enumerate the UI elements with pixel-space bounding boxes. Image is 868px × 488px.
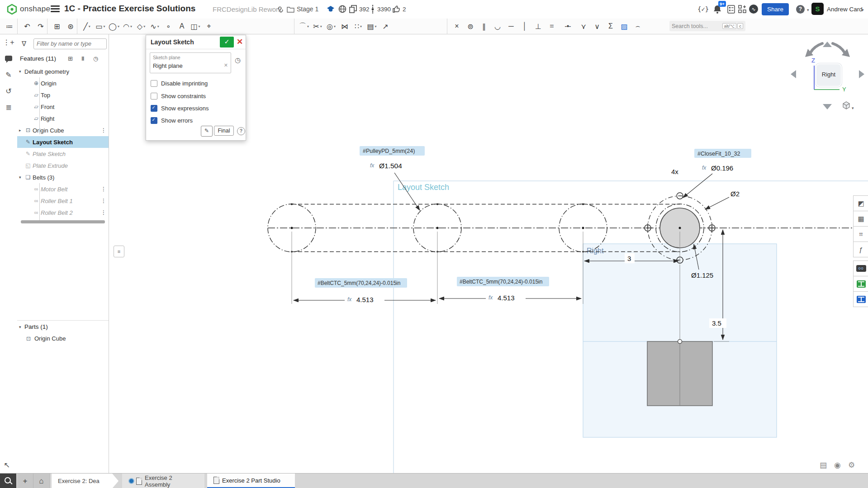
toolbar-constraint-icon[interactable]: =: [545, 22, 559, 30]
search-tabs-button[interactable]: [0, 474, 16, 488]
tab-exercise-2-assembly[interactable]: Exercise 2 Assembly: [122, 474, 204, 488]
clear-selection-icon[interactable]: ✕: [224, 62, 228, 68]
link-icon[interactable]: [277, 6, 284, 13]
toolbar-constraint-icon[interactable]: ◡: [491, 22, 504, 31]
toolbar-icon[interactable]: ◫▾: [189, 22, 202, 31]
toolbar-icon[interactable]: ╱▾: [80, 22, 94, 31]
toolbar-icon[interactable]: ⊛: [64, 22, 77, 31]
feature-tree-row[interactable]: ▾ Default geometry: [17, 66, 109, 77]
versions-icon[interactable]: [371, 5, 375, 14]
help-caret-icon[interactable]: ▾: [807, 8, 809, 12]
pulley-diameter-annotation[interactable]: #PulleyPD_5mm(24) fx Ø1.504: [360, 146, 425, 210]
feature-tree-row[interactable]: ∞ Roller Belt 2 ⋮: [17, 207, 109, 218]
feature-tree-row[interactable]: ▱ Front: [17, 101, 109, 113]
breadcrumb[interactable]: Stage 1: [297, 5, 318, 13]
right-panel-tab[interactable]: [853, 291, 868, 307]
checkbox[interactable]: [151, 117, 157, 124]
toolbar-icon[interactable]: ◠▾: [121, 22, 134, 31]
rollback-icon[interactable]: ◷: [235, 56, 241, 64]
toolbar-constraint-icon[interactable]: ⊥: [531, 22, 545, 31]
strip-icon[interactable]: [0, 50, 17, 66]
toolbar-constraint-icon[interactable]: Σ: [604, 22, 617, 30]
toolbar-icon[interactable]: ↶: [20, 22, 34, 31]
toolbar-constraint-icon[interactable]: ∨: [590, 22, 604, 31]
sketch-preview-button[interactable]: ✎: [201, 126, 213, 137]
toolbar-icon[interactable]: ⌒▾: [297, 22, 311, 31]
tab-exercise-2-part-studio[interactable]: Exercise 2 Part Studio: [207, 474, 295, 488]
corner-icon[interactable]: ⚙: [848, 460, 855, 470]
filter-input[interactable]: [33, 38, 107, 49]
onshape-logo-icon[interactable]: [6, 4, 18, 15]
toolbar-icon[interactable]: ▭▾: [94, 22, 107, 31]
strip-icon[interactable]: ≣: [0, 99, 17, 115]
belt-dimension-2[interactable]: #BeltCTC_5mm(70,24,24)-0.015in fx 4.513: [439, 277, 581, 302]
toolbar-icon[interactable]: ◯▾: [107, 22, 121, 31]
strip-icon[interactable]: ⋮+: [0, 34, 17, 50]
toolbar-icon[interactable]: ⊞: [50, 22, 64, 31]
strip-icon[interactable]: ↺: [0, 83, 17, 99]
copies-icon[interactable]: [349, 5, 357, 13]
strip-icon[interactable]: ✎: [0, 66, 17, 83]
view-cube-menu[interactable]: ▾: [842, 101, 854, 111]
corner-icon[interactable]: ◉: [834, 460, 841, 470]
right-panel-tab[interactable]: ƒ: [853, 242, 868, 257]
help-icon[interactable]: ?: [796, 5, 805, 14]
feature-tree-row[interactable]: ✎ Layout Sketch: [17, 136, 109, 148]
toolbar-constraint-icon[interactable]: ×: [450, 22, 464, 30]
public-globe-icon[interactable]: [338, 5, 346, 13]
feature-tree-row[interactable]: ▾ ❏ Belts (3): [17, 171, 109, 183]
chevron-icon[interactable]: ▾: [19, 175, 24, 180]
search-tools-input[interactable]: Search tools... alt/⌥ c: [669, 21, 745, 31]
tree-scrollbar[interactable]: [21, 220, 105, 223]
toolbar-constraint-icon[interactable]: │: [518, 22, 531, 30]
bolt-circle-annotation[interactable]: Ø2: [705, 190, 740, 209]
add-tab-button[interactable]: +: [17, 474, 33, 488]
dialog-checkbox[interactable]: Show expressions: [151, 105, 209, 112]
dialog-header[interactable]: Layout Sketch ✓ ✕: [146, 35, 246, 49]
sketch-canvas[interactable]: Layout Sketch Right: [0, 0, 868, 488]
part-list-item[interactable]: ⊡ Origin Cube: [26, 335, 66, 342]
feedback-icon[interactable]: ∿: [749, 5, 758, 14]
right-panel-tab[interactable]: oo: [853, 261, 868, 276]
parts-header[interactable]: ▾ Parts (1): [19, 323, 48, 330]
final-button[interactable]: Final: [214, 126, 234, 136]
checkbox[interactable]: [151, 80, 157, 87]
chevron-icon[interactable]: ▸: [19, 128, 24, 133]
belt-dimension-1[interactable]: #BeltCTC_5mm(70,24,24)-0.015in fx 4.513: [294, 278, 436, 303]
onshape-logo-text[interactable]: onshape: [20, 5, 50, 14]
toolbar-icon[interactable]: ∷▾: [351, 22, 365, 31]
feature-tree-row[interactable]: ▱ Right: [17, 113, 109, 124]
avatar[interactable]: S: [811, 3, 824, 15]
dialog-help-icon[interactable]: ?: [237, 127, 245, 135]
tasks-icon[interactable]: [727, 5, 735, 14]
user-caret-icon[interactable]: ▾: [862, 8, 864, 12]
sketch-plane-field[interactable]: Sketch plane Right plane ✕: [150, 52, 231, 73]
toolbar-constraint-icon[interactable]: -•-: [559, 22, 577, 30]
dialog-checkbox[interactable]: Disable imprinting: [151, 80, 208, 87]
feature-tree-row[interactable]: ▸ ⊡ Origin Cube ⋮: [17, 124, 109, 136]
toolbar-constraint-icon[interactable]: ∥: [477, 22, 491, 31]
toolbar-icon[interactable]: ⋈: [338, 22, 351, 31]
toolbar-icon[interactable]: ◇▾: [134, 22, 148, 31]
toolbar-icon[interactable]: ∘: [161, 22, 175, 31]
featurescript-icon[interactable]: {✓}: [697, 5, 709, 13]
panel-resize-handle[interactable]: ≡: [114, 246, 124, 257]
chevron-icon[interactable]: ▾: [19, 69, 24, 74]
toolbar-icon[interactable]: ✂▾: [311, 22, 324, 31]
share-button[interactable]: Share: [762, 3, 789, 15]
view-cube-face[interactable]: Right: [816, 63, 842, 87]
cancel-icon[interactable]: ✕: [237, 37, 243, 47]
kebab-menu-icon[interactable]: ⋮: [101, 186, 106, 192]
toolbar-icon[interactable]: ≔: [3, 22, 16, 31]
right-panel-tab[interactable]: [853, 276, 868, 292]
corner-icon[interactable]: ▤: [820, 460, 827, 470]
new-folder-icon[interactable]: ⊞: [68, 55, 73, 62]
toolbar-constraint-icon[interactable]: ⌢: [631, 22, 645, 30]
toolbar-icon[interactable]: ↷: [34, 22, 47, 31]
user-name[interactable]: Andrew Card: [827, 6, 863, 13]
toolbar-constraint-icon[interactable]: ─: [504, 22, 518, 30]
chevron-down-icon[interactable]: ▾: [19, 325, 24, 329]
toolbar-icon[interactable]: ∿▾: [148, 22, 161, 31]
toolbar-constraint-icon[interactable]: ▨: [617, 22, 631, 31]
kebab-menu-icon[interactable]: ⋮: [101, 198, 106, 204]
